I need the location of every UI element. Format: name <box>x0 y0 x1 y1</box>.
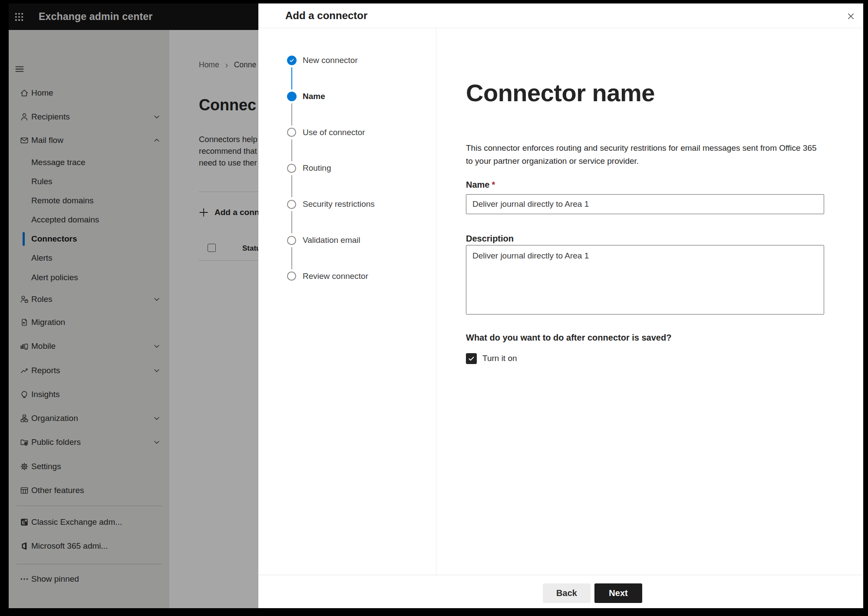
footer-divider <box>258 575 863 575</box>
step-circle-icon <box>287 92 297 101</box>
wizard-step-label: Security restrictions <box>303 199 375 209</box>
wizard-step-label: Review connector <box>303 272 368 281</box>
back-button[interactable]: Back <box>543 583 591 603</box>
description-field-label: Description <box>466 234 514 244</box>
connector-name-heading: Connector name <box>466 79 655 107</box>
step-circle-icon <box>287 236 296 245</box>
wizard-step-review-connector[interactable]: Review connector <box>258 270 432 283</box>
dialog-title: Add a connector <box>285 10 367 22</box>
wizard-step-name[interactable]: Name <box>258 90 432 103</box>
wizard-step-security-restrictions[interactable]: Security restrictions <box>258 198 432 211</box>
connector-description-text: This connector enforces routing and secu… <box>466 142 831 168</box>
name-field-label: Name* <box>466 180 495 190</box>
wizard-step-label: Routing <box>303 163 331 173</box>
add-connector-dialog: Add a connector New connectorNameUse of … <box>258 3 863 608</box>
next-button[interactable]: Next <box>594 583 642 603</box>
required-asterisk: * <box>492 180 495 189</box>
step-circle-icon <box>287 272 296 281</box>
wizard-step-new-connector[interactable]: New connector <box>258 54 432 67</box>
wizard-step-label: New connector <box>303 56 358 65</box>
dialog-header: Add a connector <box>258 3 863 28</box>
step-circle-icon <box>287 200 296 209</box>
step-circle-icon <box>287 128 296 137</box>
description-textarea[interactable]: Deliver journal directly to Area 1 <box>466 245 824 315</box>
wizard-step-label: Use of connector <box>303 128 365 137</box>
name-input[interactable] <box>466 194 824 214</box>
step-circle-icon <box>287 164 296 173</box>
wizard-connector-line <box>291 247 292 269</box>
turn-it-on-label: Turn it on <box>482 354 517 363</box>
wizard-step-label: Name <box>303 92 325 101</box>
wizard-connector-line <box>291 175 292 197</box>
wizard-connector-line <box>291 67 292 89</box>
wizard-connector-line <box>291 139 292 162</box>
wizard-step-validation-email[interactable]: Validation email <box>258 234 432 247</box>
turn-it-on-checkbox-row[interactable]: Turn it on <box>466 353 517 364</box>
wizard-step-label: Validation email <box>303 235 360 245</box>
wizard-divider <box>436 28 436 575</box>
step-completed-check-icon <box>287 56 297 65</box>
wizard-connector-line <box>291 103 292 126</box>
wizard-step-routing[interactable]: Routing <box>258 162 432 175</box>
close-icon[interactable] <box>843 8 858 24</box>
wizard-step-use-of-connector[interactable]: Use of connector <box>258 126 432 139</box>
after-save-question: What do you want to do after connector i… <box>466 333 671 343</box>
turn-it-on-checkbox[interactable] <box>466 353 477 364</box>
wizard-connector-line <box>291 211 292 233</box>
app-window: Exchange admin center HomeRecipientsMail… <box>9 3 863 608</box>
